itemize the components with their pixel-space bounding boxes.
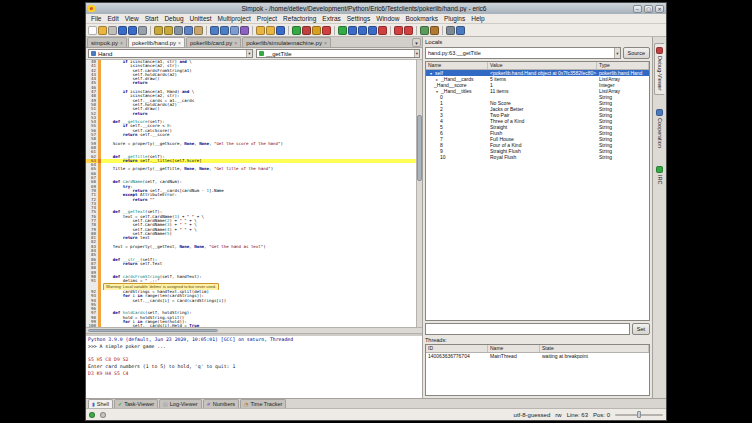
bottom-tab-shell[interactable]: ▮Shell: [88, 399, 113, 408]
stop-debug-icon[interactable]: [378, 26, 387, 35]
paste-icon[interactable]: [194, 26, 203, 35]
new-icon[interactable]: [88, 26, 97, 35]
toggle-breakpoint-icon[interactable]: [394, 26, 403, 35]
editor-tab[interactable]: simpok.py×: [87, 37, 127, 47]
editor-vscrollbar[interactable]: [416, 60, 422, 327]
print-icon[interactable]: [138, 26, 147, 35]
thread-name: MainThread: [488, 353, 540, 359]
new-project-icon[interactable]: [256, 26, 265, 35]
threads-table[interactable]: IDNameState140063636776704MainThreadwait…: [425, 344, 650, 396]
time-tracker-icon: ◔: [244, 402, 248, 407]
menu-help[interactable]: Help: [468, 15, 487, 22]
minimize-button[interactable]: –: [633, 5, 642, 13]
editor-tab[interactable]: pokerlib/simulatemachine.py×: [242, 37, 331, 47]
bottom-tab-time-tracker[interactable]: ◔Time Tracker: [240, 399, 286, 408]
threads-column-header[interactable]: ID: [426, 345, 488, 352]
editor-vscrollbar-thumb[interactable]: [417, 115, 422, 181]
source-button[interactable]: Source: [623, 47, 650, 59]
member-navigator-combo[interactable]: __getTitle ▾: [256, 49, 421, 58]
variables-column-header[interactable]: Type: [597, 62, 649, 69]
side-tab-irc[interactable]: IRC: [654, 162, 665, 188]
bottom-tab-task-viewer[interactable]: ✔Task-Viewer: [114, 399, 158, 408]
editor-tab-bar: simpok.py×pokerlib/hand.py×pokerlib/card…: [86, 37, 422, 48]
set-filter-button[interactable]: Set: [632, 323, 650, 335]
threads-column-header[interactable]: Name: [488, 345, 540, 352]
step-over-icon[interactable]: [358, 26, 367, 35]
save-project-icon[interactable]: [276, 26, 285, 35]
continue-icon[interactable]: [338, 26, 347, 35]
stop-script-icon[interactable]: [322, 26, 331, 35]
bottom-tab-label: Log-Viewer: [170, 401, 198, 407]
variables-filter-input[interactable]: [425, 323, 630, 335]
editor-hscrollbar-thumb[interactable]: [88, 329, 218, 332]
edit-breakpoints-icon[interactable]: [404, 26, 413, 35]
close-file-icon[interactable]: [108, 26, 117, 35]
menu-project[interactable]: Project: [254, 15, 280, 22]
menu-refactoring[interactable]: Refactoring: [280, 15, 319, 22]
undo-icon[interactable]: [154, 26, 163, 35]
shell-line: D3 K9 H4 S5 C4: [88, 371, 420, 378]
tab-close-icon[interactable]: ×: [178, 40, 181, 46]
title-bar[interactable]: e Simpok - /home/detlev/Development/Pyth…: [86, 3, 666, 14]
menu-bookmarks[interactable]: Bookmarks: [402, 15, 441, 22]
search-next-icon[interactable]: [220, 26, 229, 35]
zoom-slider[interactable]: [615, 411, 663, 418]
close-button[interactable]: ✕: [655, 5, 664, 13]
tab-close-icon[interactable]: ×: [324, 40, 327, 46]
editor-hscrollbar[interactable]: [86, 327, 422, 333]
variable-row[interactable]: 10Royal FlushString: [426, 154, 649, 160]
threads-column-header[interactable]: State: [540, 345, 649, 352]
stack-frame-combo[interactable]: hand.py:63.__getTitle ▾: [425, 47, 621, 59]
save-all-icon[interactable]: [128, 26, 137, 35]
tab-list-button[interactable]: ▾: [412, 38, 421, 47]
copy-icon[interactable]: [184, 26, 193, 35]
menu-settings[interactable]: Settings: [344, 15, 374, 22]
shell-panel[interactable]: Python 3.9.0 (default, Jun 23 2020, 10:0…: [86, 336, 422, 398]
unittest-icon[interactable]: [420, 26, 429, 35]
editor-tab[interactable]: pokerlib/card.py×: [186, 37, 241, 47]
menu-edit[interactable]: Edit: [104, 15, 121, 22]
menu-extras[interactable]: Extras: [319, 15, 343, 22]
side-tab-debug-viewer[interactable]: Debug-Viewer: [654, 43, 665, 95]
profile-icon[interactable]: [430, 26, 439, 35]
code-editor[interactable]: 40 if isinstance(a1, str) and \41 isinst…: [86, 60, 422, 327]
zoom-slider-thumb[interactable]: [637, 411, 641, 418]
main-toolbar: [86, 24, 666, 37]
thread-row[interactable]: 140063636776704MainThreadwaiting at brea…: [426, 353, 649, 359]
maximize-button[interactable]: ▢: [644, 5, 653, 13]
debug-script-icon[interactable]: [302, 26, 311, 35]
editor-tab[interactable]: pokerlib/hand.py×: [128, 37, 185, 47]
tab-close-icon[interactable]: ×: [234, 40, 237, 46]
class-navigator-combo[interactable]: Hand ▾: [88, 49, 253, 58]
search-icon[interactable]: [210, 26, 219, 35]
tab-close-icon[interactable]: ×: [120, 40, 123, 46]
step-out-icon[interactable]: [368, 26, 377, 35]
replace-icon[interactable]: [230, 26, 239, 35]
restart-icon[interactable]: [312, 26, 321, 35]
menu-file[interactable]: File: [88, 15, 104, 22]
open-icon[interactable]: [98, 26, 107, 35]
step-icon[interactable]: [348, 26, 357, 35]
redo-icon[interactable]: [164, 26, 173, 35]
bottom-tab-log-viewer[interactable]: ▤Log-Viewer: [159, 399, 201, 408]
menu-multiproject[interactable]: Multiproject: [215, 15, 254, 22]
preferences-icon[interactable]: [446, 26, 455, 35]
menu-start[interactable]: Start: [142, 15, 162, 22]
variables-column-header[interactable]: Name: [426, 62, 488, 69]
variables-column-header[interactable]: Value: [488, 62, 597, 69]
variables-table[interactable]: NameValueType▾self<pokerlib.hand.Hand ob…: [425, 61, 650, 321]
menu-debug[interactable]: Debug: [161, 15, 186, 22]
bottom-tab-numbers[interactable]: #Numbers: [203, 399, 240, 408]
goto-line-icon[interactable]: [240, 26, 249, 35]
cut-icon[interactable]: [174, 26, 183, 35]
side-tab-cooperation[interactable]: Cooperation: [654, 105, 665, 152]
menu-window[interactable]: Window: [373, 15, 402, 22]
run-script-icon[interactable]: [292, 26, 301, 35]
save-icon[interactable]: [118, 26, 127, 35]
menu-unittest[interactable]: Unittest: [187, 15, 215, 22]
open-project-icon[interactable]: [266, 26, 275, 35]
menu-view[interactable]: View: [122, 15, 142, 22]
menu-plugins[interactable]: Plugins: [441, 15, 468, 22]
help-icon[interactable]: [456, 26, 465, 35]
toolbar-separator: [390, 26, 391, 35]
